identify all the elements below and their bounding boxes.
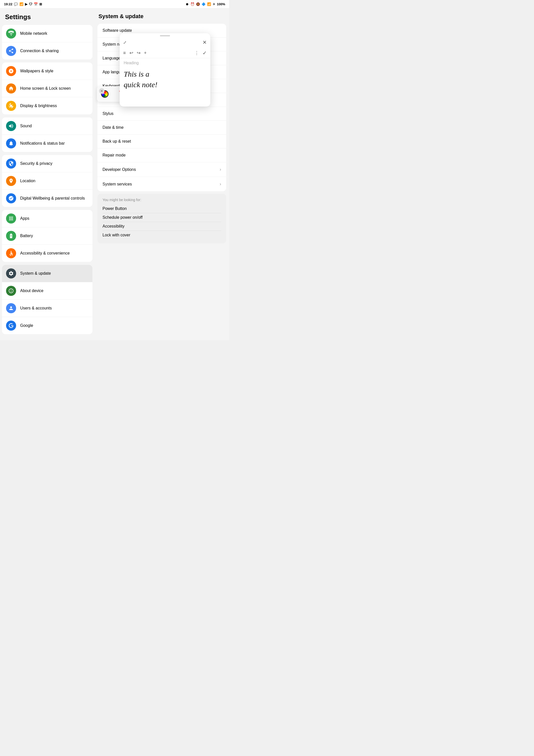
note-more-button[interactable]: ⋮	[194, 50, 199, 56]
system-services-label: System services	[103, 182, 132, 186]
sidebar-item-users-accounts[interactable]: Users & accounts	[2, 300, 92, 317]
quick-note-overlay: ⤢ ✕ ≡ ↩ ↪ + ⋮ ✓ Heading This is a quick	[120, 33, 210, 107]
location-icon	[6, 176, 16, 186]
note-toolbar: ≡ ↩ ↪ + ⋮ ✓	[120, 48, 210, 58]
pen-tray-close-button[interactable]: ✕	[99, 88, 105, 94]
connection-sharing-label: Connection & sharing	[20, 48, 59, 54]
sidebar-item-apps[interactable]: Apps	[2, 210, 92, 227]
sidebar-item-security[interactable]: Security & privacy	[2, 155, 92, 172]
note-list-button[interactable]: ≡	[123, 50, 126, 56]
sidebar-item-connection-sharing[interactable]: Connection & sharing	[2, 42, 92, 60]
sidebar-item-location[interactable]: Location	[2, 172, 92, 190]
sidebar-item-system-update[interactable]: System & update	[2, 265, 92, 282]
sidebar-item-battery[interactable]: Battery	[2, 227, 92, 245]
note-heading-label: Heading	[120, 58, 210, 66]
security-icon	[6, 158, 16, 169]
note-add-button[interactable]: +	[144, 50, 147, 56]
settings-group-system: System & update About device Users & acc…	[2, 265, 92, 334]
note-close-button[interactable]: ✕	[203, 39, 207, 45]
main-layout: Settings Mobile network Connection & sha…	[0, 8, 229, 340]
content-panel: System & update Software update System n…	[94, 8, 229, 340]
system-update-icon	[6, 268, 16, 279]
apps-label: Apps	[20, 216, 29, 221]
grid-icon: ⊞	[39, 2, 42, 6]
wifi-icon: 📶	[207, 2, 211, 6]
system-services-chevron: ›	[220, 181, 221, 187]
sidebar-item-digital-wellbeing[interactable]: Digital Wellbeing & parental controls	[2, 190, 92, 207]
note-canvas[interactable]: This is a quick note!	[120, 66, 210, 107]
developer-options-chevron: ›	[220, 167, 221, 172]
looking-for-schedule-power[interactable]: Schedule power on/off	[103, 213, 221, 222]
youtube-icon: ▶	[25, 2, 27, 6]
looking-for-lock-cover[interactable]: Lock with cover	[103, 231, 221, 239]
sound-icon	[6, 121, 16, 131]
content-item-system-services[interactable]: System services ›	[97, 177, 226, 191]
settings-group-security: Security & privacy Location Digital Well…	[2, 155, 92, 207]
settings-group-apps: Apps Battery Accessibility & convenience	[2, 210, 92, 262]
svg-point-0	[11, 251, 12, 252]
content-item-date-time[interactable]: Date & time	[97, 121, 226, 135]
digital-wellbeing-icon	[6, 193, 16, 203]
battery-label: Battery	[20, 233, 33, 239]
note-check-button[interactable]: ✓	[203, 50, 207, 56]
sound-label: Sound	[20, 123, 32, 129]
mobile-network-icon	[6, 28, 16, 39]
content-item-backup-reset[interactable]: Back up & reset	[97, 135, 226, 148]
users-accounts-icon	[6, 303, 16, 313]
sidebar-item-notifications[interactable]: Notifications & status bar	[2, 135, 92, 152]
looking-for-accessibility[interactable]: Accessibility	[103, 222, 221, 231]
note-line1: This is a	[124, 69, 206, 79]
apps-icon	[6, 213, 16, 224]
connection-sharing-icon	[6, 46, 16, 56]
sidebar-item-wallpapers[interactable]: Wallpapers & style	[2, 63, 92, 80]
sidebar-item-google[interactable]: Google	[2, 317, 92, 334]
calendar-icon: 📅	[34, 2, 38, 6]
sidebar-item-accessibility[interactable]: Accessibility & convenience	[2, 245, 92, 262]
content-item-developer-options[interactable]: Developer Options ›	[97, 162, 226, 177]
time-display: 19:22	[4, 2, 13, 6]
wallpapers-icon	[6, 66, 16, 76]
note-undo-button[interactable]: ↩	[130, 50, 133, 56]
accessibility-label: Accessibility & convenience	[20, 251, 70, 256]
sidebar-item-display[interactable]: Display & brightness	[2, 97, 92, 114]
battery-icon	[6, 231, 16, 241]
note-expand-button[interactable]: ⤢	[123, 40, 126, 45]
status-left: 19:22 💬 📶 ▶ 🛡 📅 ⊞	[4, 2, 42, 6]
notifications-icon	[6, 138, 16, 148]
looking-for-power-button[interactable]: Power Button	[103, 204, 221, 213]
signal-icon: 📶	[19, 2, 23, 6]
accessibility-icon	[6, 248, 16, 258]
settings-group-network: Mobile network Connection & sharing	[2, 25, 92, 60]
sidebar-item-mobile-network[interactable]: Mobile network	[2, 25, 92, 42]
note-line2: quick note!	[124, 79, 206, 90]
developer-options-label: Developer Options	[103, 167, 136, 172]
system-update-label: System & update	[20, 271, 51, 276]
repair-mode-label: Repair mode	[103, 153, 126, 157]
date-time-label: Date & time	[103, 125, 124, 130]
content-item-stylus[interactable]: Stylus	[97, 107, 226, 121]
note-drag-bar[interactable]	[160, 35, 170, 36]
sidebar-item-home-lock[interactable]: Home screen & Lock screen	[2, 80, 92, 97]
settings-sidebar: Settings Mobile network Connection & sha…	[0, 8, 94, 340]
display-icon	[6, 101, 16, 111]
location-label: Location	[20, 178, 36, 184]
digital-wellbeing-label: Digital Wellbeing & parental controls	[20, 196, 85, 201]
record-icon: ⏺	[186, 2, 189, 6]
settings-group-sound: Sound Notifications & status bar	[2, 118, 92, 152]
about-device-label: About device	[20, 288, 43, 294]
sidebar-item-about-device[interactable]: About device	[2, 282, 92, 300]
mute-icon: 🔕	[196, 2, 200, 6]
bluetooth-icon: 🔷	[201, 2, 206, 6]
note-handwriting: This is a quick note!	[124, 69, 206, 90]
content-title: System & update	[97, 11, 226, 24]
status-bar: 19:22 💬 📶 ▶ 🛡 📅 ⊞ ⏺ ⏰ 🔕 🔷 📶 ✈ 100%	[0, 0, 229, 8]
google-label: Google	[20, 323, 33, 328]
quick-note-header: ⤢ ✕	[120, 37, 210, 48]
content-item-repair-mode[interactable]: Repair mode	[97, 148, 226, 162]
whatsapp-icon: 💬	[14, 2, 18, 6]
sidebar-item-sound[interactable]: Sound	[2, 118, 92, 135]
shield-icon: 🛡	[29, 2, 32, 6]
note-redo-button[interactable]: ↪	[137, 50, 140, 56]
about-device-icon	[6, 286, 16, 296]
home-lock-icon	[6, 83, 16, 94]
